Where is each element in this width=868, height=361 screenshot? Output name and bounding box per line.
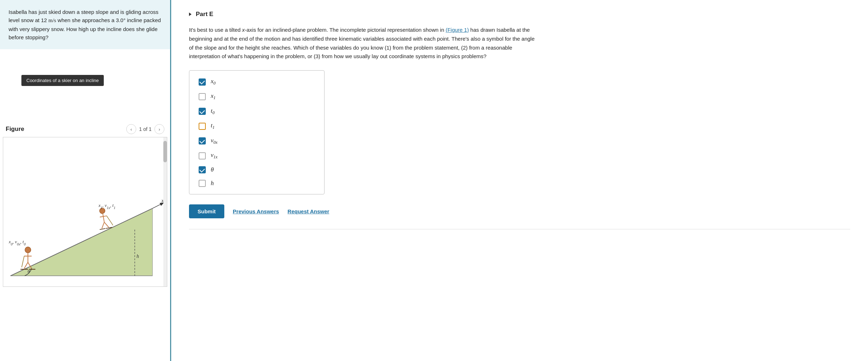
checkbox-item-x0: x0 xyxy=(199,78,315,86)
figure-section: Figure ‹ 1 of 1 › x h xyxy=(0,121,170,287)
problem-text-content: Isabella has just skied down a steep slo… xyxy=(9,9,161,40)
svg-text:h: h xyxy=(137,254,139,259)
label-t0: t0 xyxy=(211,107,215,116)
checkbox-v1x[interactable] xyxy=(199,152,206,159)
figure-prev-button[interactable]: ‹ xyxy=(126,124,136,134)
svg-line-20 xyxy=(101,222,105,229)
figure-link[interactable]: (Figure 1) xyxy=(446,27,469,33)
checkbox-item-t1: t1 xyxy=(199,122,315,130)
svg-text:x1, v1x, t1: x1, v1x, t1 xyxy=(98,203,115,210)
scrollbar-thumb[interactable] xyxy=(163,141,167,162)
label-v0x: v0x xyxy=(211,137,218,145)
question-text: It's best to use a tilted x-axis for an … xyxy=(189,26,538,61)
svg-line-21 xyxy=(104,222,108,228)
submit-button[interactable]: Submit xyxy=(189,204,224,218)
checkbox-item-theta: θ xyxy=(199,166,315,173)
scrollbar[interactable] xyxy=(163,137,167,286)
checkbox-item-v1x: v1x xyxy=(199,152,315,160)
label-t1: t1 xyxy=(211,122,215,130)
part-title: Part E xyxy=(196,11,213,18)
figure-svg: x h θ xyxy=(3,137,167,286)
previous-answers-button[interactable]: Previous Answers xyxy=(233,208,279,214)
tooltip: Coordinates of a skier on an incline xyxy=(21,75,104,86)
checkbox-x1[interactable] xyxy=(199,93,206,100)
svg-line-3 xyxy=(153,203,163,208)
label-h: h xyxy=(211,180,214,187)
left-panel: Isabella has just skied down a steep slo… xyxy=(0,0,171,361)
label-theta: θ xyxy=(211,166,214,173)
figure-header: Figure ‹ 1 of 1 › xyxy=(0,121,170,137)
checkbox-v0x[interactable] xyxy=(199,137,206,144)
question-text-2: -axis for an inclined-plane problem. The… xyxy=(245,27,445,33)
right-panel: Part E It's best to use a tilted x-axis … xyxy=(171,0,868,361)
svg-text:x0, v0x, t0: x0, v0x, t0 xyxy=(9,239,26,246)
figure-image: x h θ xyxy=(3,137,167,287)
checkbox-t0[interactable] xyxy=(199,108,206,115)
checkbox-theta[interactable] xyxy=(199,166,206,173)
svg-line-13 xyxy=(22,256,24,267)
checkbox-item-h: h xyxy=(199,180,315,187)
figure-count: 1 of 1 xyxy=(139,126,152,132)
collapse-arrow[interactable] xyxy=(189,12,192,16)
svg-line-23 xyxy=(100,229,106,230)
checkbox-t1[interactable] xyxy=(199,123,206,130)
action-row: Submit Previous Answers Request Answer xyxy=(189,204,850,218)
figure-nav: ‹ 1 of 1 › xyxy=(126,124,164,134)
svg-point-8 xyxy=(25,247,31,253)
svg-line-22 xyxy=(107,215,113,226)
figure-label: Figure xyxy=(6,126,24,133)
checkbox-item-t0: t0 xyxy=(199,107,315,116)
request-answer-button[interactable]: Request Answer xyxy=(287,208,329,214)
checkbox-item-v0x: v0x xyxy=(199,137,315,145)
problem-text: Isabella has just skied down a steep slo… xyxy=(0,0,170,49)
label-v1x: v1x xyxy=(211,152,218,160)
question-text-prefix: It's best to use a tilted xyxy=(189,27,242,33)
svg-line-18 xyxy=(103,214,104,222)
figure-next-button[interactable]: › xyxy=(154,124,164,134)
divider xyxy=(189,229,850,229)
checkbox-item-x1: x1 xyxy=(199,92,315,101)
part-header: Part E xyxy=(189,11,850,18)
label-x1: x1 xyxy=(211,92,216,101)
checkbox-h[interactable] xyxy=(199,180,206,187)
checkbox-x0[interactable] xyxy=(199,78,206,86)
checkbox-group: x0 x1 t0 t1 v0x v1x θ xyxy=(189,70,325,194)
label-x0: x0 xyxy=(211,78,216,86)
